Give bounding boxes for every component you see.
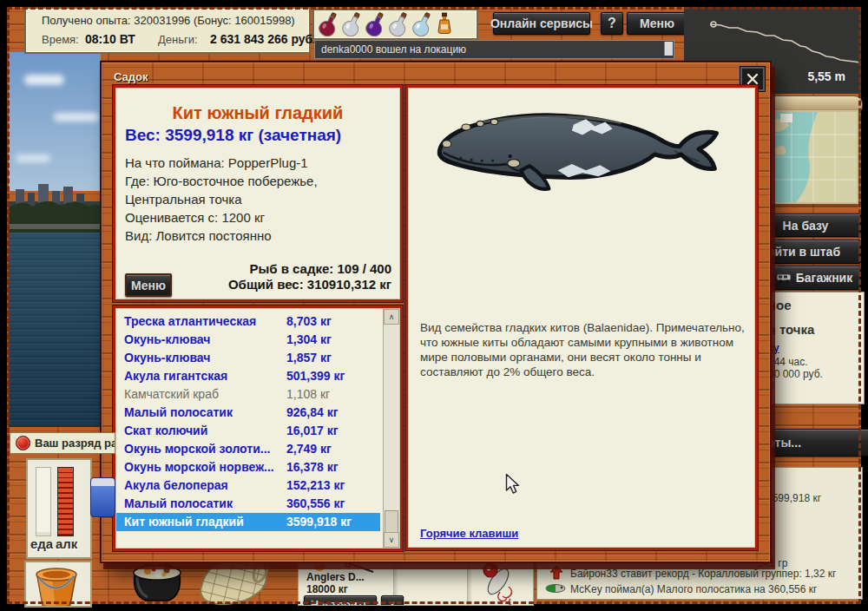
chat-ticker-message: denka0000 вошел на локацию [321,43,466,56]
fish-list-item[interactable]: Окунь-клювач1,304 кг [116,331,380,349]
city-skyline [9,179,101,234]
top-menu-button[interactable]: Меню [627,12,687,35]
fish-list-item[interactable]: Скат колючий16,017 кг [116,422,380,440]
fish-list-item[interactable]: Окунь морской норвеж...16,378 кг [116,458,380,476]
depth-value: 5,55 m [807,69,845,83]
online-services-label: Онлайн сервисы [490,16,593,30]
cage-total-weight: Общий вес: 310910,312 кг [228,277,391,292]
red-potion-icon[interactable] [319,12,339,36]
scroll-up-button[interactable]: ∧ [384,309,399,325]
fish-name-title: Кит южный гладкий [115,103,400,123]
chat-ticker-scrollbar[interactable] [664,42,673,56]
tickets-label-fragment: эты... [768,436,801,450]
scroll-down-button[interactable]: ∨ [384,532,399,548]
cloud [24,75,64,85]
cage-count: Рыб в садке: 109 / 400 [249,261,391,276]
fish-list-item[interactable]: Окунь-клювач1,857 кг [116,349,380,367]
food-gauge [36,467,51,536]
trunk-button[interactable]: Багажник [767,266,861,290]
alcohol-gauge [57,467,74,536]
rod-title: Anglers D... [306,571,365,583]
valued-from-line: Оценивается с: 1200 кг [125,208,318,227]
empty-potion-icon[interactable] [389,12,410,36]
fish-list: Треска атлантическая8,703 кг Окунь-клюва… [116,312,380,531]
fish-weight: 501,399 кг [286,367,345,385]
fish-name: Кит южный гладкий [124,513,244,531]
popper-lure-icon[interactable] [474,561,524,606]
fish-list-item[interactable]: Треска атлантическая8,703 кг [116,312,380,331]
orange-bottle-icon[interactable] [436,12,453,36]
where-line: Где: Юго-восточное побережье, [125,172,318,190]
location-point-fragment: я точка [768,322,814,337]
sky [9,52,101,191]
record-weight-fragment: 3599,918 кг [766,492,821,504]
rank-notification-text: Ваш разряд ра [35,437,115,450]
rank-notification[interactable]: Ваш разряд ра [10,432,115,454]
dropdown-button[interactable]: ▼ [381,595,404,606]
chat-ticker: denka0000 вошел на локацию [314,40,674,59]
caught-on-line: На что поймана: PopperPlug-1 [125,154,318,172]
fish-name: Акула гигантская [124,367,227,385]
rank-badge-icon [16,436,30,450]
mouse-cursor [505,473,520,495]
where-line2: Центральная точка [125,190,318,208]
fish-name: Малый полосатик [124,495,233,513]
minimap[interactable] [764,95,861,203]
dialog-title: Садок [114,70,148,83]
page-divider [467,560,474,605]
empty-potion-icon[interactable] [342,12,363,36]
configure-button[interactable]: Настроить [304,595,377,606]
fish-name: Окунь-клювач [124,331,210,349]
fish-list-item[interactable]: Малый полосатик926,84 кг [116,404,380,422]
fish-name: Акула белоперая [124,476,228,495]
scrollbar[interactable]: ∧ ∨ [383,309,399,548]
cage-menu-label: Меню [131,279,166,292]
configure-label: Настроить [311,598,370,607]
fish-list-item[interactable]: Малый полосатик360,556 кг [116,495,380,513]
rod-setup-panel: Anglers D... 18000 кг Настроить ▼ [298,559,534,606]
purple-potion-icon[interactable] [365,12,386,36]
fish-list-item[interactable]: Акула гигантская501,399 кг [116,367,380,385]
fish-name: Камчатский краб [124,385,219,404]
cage-menu-button[interactable]: Меню [125,273,172,297]
fish-weight: 16,378 кг [286,458,339,476]
chevron-down-icon: ▼ [389,600,397,606]
thermos-item[interactable] [90,477,115,517]
fish-weight: 16,017 кг [286,422,339,440]
help-label: ? [608,16,616,31]
game-screen: Получено опыта: 320031996 (Бонус: 160015… [0,0,868,611]
hotkeys-link[interactable]: Горячие клавиши [420,527,518,540]
keepnet-dialog: Садок Кит южный гладкий Вес: 3599,918 кг… [100,61,772,563]
species-line: Вид: Ловится постоянно [125,227,318,245]
fish-weight: 1,108 кг [286,385,330,404]
online-services-button[interactable]: Онлайн сервисы [493,12,590,35]
fish-name: Окунь морской золоти... [124,440,270,458]
fish-name: Окунь морской норвеж... [124,458,274,476]
fish-list-item-selected[interactable]: Кит южный гладкий3599,918 кг [116,513,380,531]
top-menu-label: Меню [640,16,674,30]
blue-potion-icon[interactable] [412,12,433,36]
chat-catch-line: McKey поймал(а) Малого полосатика на 360… [570,583,817,595]
fish-list-item[interactable]: Окунь морской золоти...2,749 кг [116,440,380,458]
hours-fragment: : 44 час. [768,356,808,368]
fish-list-item[interactable]: Камчатский краб1,108 кг [116,385,380,404]
cloud [16,154,50,162]
fish-weight: 1,304 кг [286,331,332,349]
fish-weight: 1,857 кг [286,349,332,367]
fish-weight-line: Вес: 3599,918 кг (зачетная) [125,126,341,145]
pot-icon[interactable] [123,557,191,606]
potions-panel [312,9,478,40]
scroll-down-icon: ∨ [389,535,395,544]
fish-list-item[interactable]: Акула белоперая152,213 кг [116,476,380,495]
money-fragment: 00 000 руб. [768,368,823,380]
fish-list-panel: Треска атлантическая8,703 кг Окунь-клюва… [113,306,403,551]
help-button[interactable]: ? [601,12,623,35]
scroll-up-icon: ∧ [389,312,395,321]
bucket-icon[interactable] [30,564,83,608]
fish-description-text: Вид семейства гладких китов (Balaenidae)… [420,320,746,379]
trunk-label: Багажник [796,271,852,285]
fish-details: На что поймана: PopperPlug-1 Где: Юго-во… [125,154,318,245]
money-label: Деньги: [158,33,198,46]
cloud [54,113,99,122]
location-photo [9,52,101,427]
